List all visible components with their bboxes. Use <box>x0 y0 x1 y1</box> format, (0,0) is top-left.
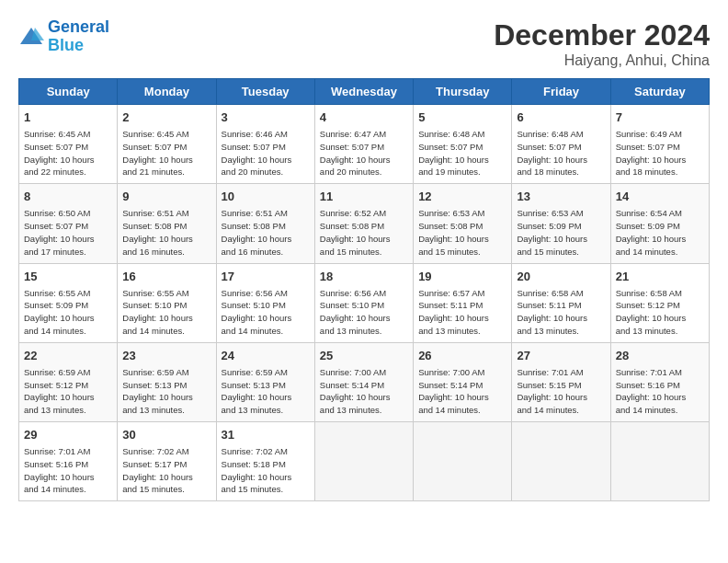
day-number: 6 <box>517 109 605 126</box>
weekday-saturday: Saturday <box>610 79 709 105</box>
calendar-cell: 1Sunrise: 6:45 AM Sunset: 5:07 PM Daylig… <box>19 105 118 184</box>
day-info: Sunrise: 6:49 AM Sunset: 5:07 PM Dayligh… <box>616 128 704 178</box>
logo-text: General Blue <box>48 18 109 55</box>
weekday-wednesday: Wednesday <box>314 79 413 105</box>
page-header: General Blue December 2024 Haiyang, Anhu… <box>18 18 710 69</box>
calendar-cell: 29Sunrise: 7:01 AM Sunset: 5:16 PM Dayli… <box>19 422 118 501</box>
day-info: Sunrise: 6:48 AM Sunset: 5:07 PM Dayligh… <box>418 128 506 178</box>
day-number: 1 <box>24 109 112 126</box>
calendar-cell: 23Sunrise: 6:59 AM Sunset: 5:13 PM Dayli… <box>118 342 216 421</box>
calendar-cell: 28Sunrise: 7:01 AM Sunset: 5:16 PM Dayli… <box>610 342 709 421</box>
day-number: 10 <box>222 189 310 205</box>
calendar-cell: 22Sunrise: 6:59 AM Sunset: 5:12 PM Dayli… <box>19 342 118 421</box>
day-number: 31 <box>222 427 310 443</box>
weekday-sunday: Sunday <box>19 79 118 105</box>
day-info: Sunrise: 6:59 AM Sunset: 5:13 PM Dayligh… <box>222 366 310 417</box>
day-number: 19 <box>418 269 506 285</box>
logo-icon <box>18 24 44 50</box>
calendar-cell: 25Sunrise: 7:00 AM Sunset: 5:14 PM Dayli… <box>314 342 413 421</box>
calendar-cell: 10Sunrise: 6:51 AM Sunset: 5:08 PM Dayli… <box>216 184 314 263</box>
day-number: 28 <box>616 348 704 364</box>
day-number: 8 <box>24 189 112 205</box>
day-info: Sunrise: 6:50 AM Sunset: 5:07 PM Dayligh… <box>24 207 112 258</box>
day-info: Sunrise: 6:45 AM Sunset: 5:07 PM Dayligh… <box>122 128 210 178</box>
day-info: Sunrise: 6:45 AM Sunset: 5:07 PM Dayligh… <box>24 128 112 178</box>
weekday-monday: Monday <box>118 79 216 105</box>
weekday-tuesday: Tuesday <box>216 79 314 105</box>
day-info: Sunrise: 7:00 AM Sunset: 5:14 PM Dayligh… <box>320 366 408 417</box>
day-number: 16 <box>122 269 210 285</box>
day-number: 12 <box>418 189 506 205</box>
calendar-cell: 14Sunrise: 6:54 AM Sunset: 5:09 PM Dayli… <box>610 184 709 263</box>
calendar-cell <box>314 422 413 501</box>
day-number: 25 <box>320 348 408 364</box>
day-number: 23 <box>122 348 210 364</box>
day-info: Sunrise: 6:47 AM Sunset: 5:07 PM Dayligh… <box>320 128 408 178</box>
calendar-cell: 19Sunrise: 6:57 AM Sunset: 5:11 PM Dayli… <box>414 263 512 342</box>
day-number: 5 <box>418 109 506 126</box>
calendar-week-1: 1Sunrise: 6:45 AM Sunset: 5:07 PM Daylig… <box>19 105 710 184</box>
calendar-cell: 13Sunrise: 6:53 AM Sunset: 5:09 PM Dayli… <box>512 184 610 263</box>
day-info: Sunrise: 6:58 AM Sunset: 5:11 PM Dayligh… <box>517 287 605 338</box>
day-info: Sunrise: 7:00 AM Sunset: 5:14 PM Dayligh… <box>418 366 506 417</box>
calendar-week-2: 8Sunrise: 6:50 AM Sunset: 5:07 PM Daylig… <box>19 184 710 263</box>
day-info: Sunrise: 6:48 AM Sunset: 5:07 PM Dayligh… <box>517 128 605 178</box>
day-info: Sunrise: 6:52 AM Sunset: 5:08 PM Dayligh… <box>320 207 408 258</box>
day-number: 7 <box>616 109 704 126</box>
day-number: 17 <box>222 269 310 285</box>
calendar-table: SundayMondayTuesdayWednesdayThursdayFrid… <box>18 78 710 501</box>
calendar-cell: 27Sunrise: 7:01 AM Sunset: 5:15 PM Dayli… <box>512 342 610 421</box>
location-title: Haiyang, Anhui, China <box>494 52 710 69</box>
day-info: Sunrise: 7:01 AM Sunset: 5:16 PM Dayligh… <box>616 366 704 417</box>
day-number: 24 <box>222 348 310 364</box>
day-number: 2 <box>122 109 210 126</box>
calendar-cell: 16Sunrise: 6:55 AM Sunset: 5:10 PM Dayli… <box>118 263 216 342</box>
day-number: 11 <box>320 189 408 205</box>
day-info: Sunrise: 6:59 AM Sunset: 5:12 PM Dayligh… <box>24 366 112 417</box>
calendar-week-4: 22Sunrise: 6:59 AM Sunset: 5:12 PM Dayli… <box>19 342 710 421</box>
weekday-friday: Friday <box>512 79 610 105</box>
day-number: 15 <box>24 269 112 285</box>
day-number: 30 <box>122 427 210 443</box>
day-number: 26 <box>418 348 506 364</box>
month-title: December 2024 <box>494 18 710 52</box>
calendar-cell: 30Sunrise: 7:02 AM Sunset: 5:17 PM Dayli… <box>118 422 216 501</box>
calendar-cell: 3Sunrise: 6:46 AM Sunset: 5:07 PM Daylig… <box>216 105 314 184</box>
day-number: 13 <box>517 189 605 205</box>
calendar-cell: 7Sunrise: 6:49 AM Sunset: 5:07 PM Daylig… <box>610 105 709 184</box>
logo-line2: Blue <box>48 36 84 54</box>
day-info: Sunrise: 6:57 AM Sunset: 5:11 PM Dayligh… <box>418 287 506 338</box>
day-info: Sunrise: 7:02 AM Sunset: 5:18 PM Dayligh… <box>222 445 310 496</box>
day-number: 27 <box>517 348 605 364</box>
day-number: 9 <box>122 189 210 205</box>
day-info: Sunrise: 6:51 AM Sunset: 5:08 PM Dayligh… <box>222 207 310 258</box>
calendar-cell: 9Sunrise: 6:51 AM Sunset: 5:08 PM Daylig… <box>118 184 216 263</box>
day-info: Sunrise: 6:58 AM Sunset: 5:12 PM Dayligh… <box>616 287 704 338</box>
calendar-cell: 2Sunrise: 6:45 AM Sunset: 5:07 PM Daylig… <box>118 105 216 184</box>
day-info: Sunrise: 6:55 AM Sunset: 5:10 PM Dayligh… <box>122 287 210 338</box>
day-number: 21 <box>616 269 704 285</box>
weekday-header-row: SundayMondayTuesdayWednesdayThursdayFrid… <box>19 79 710 105</box>
day-info: Sunrise: 6:51 AM Sunset: 5:08 PM Dayligh… <box>122 207 210 258</box>
day-info: Sunrise: 6:56 AM Sunset: 5:10 PM Dayligh… <box>222 287 310 338</box>
calendar-cell: 26Sunrise: 7:00 AM Sunset: 5:14 PM Dayli… <box>414 342 512 421</box>
day-info: Sunrise: 7:01 AM Sunset: 5:15 PM Dayligh… <box>517 366 605 417</box>
day-info: Sunrise: 6:54 AM Sunset: 5:09 PM Dayligh… <box>616 207 704 258</box>
weekday-thursday: Thursday <box>414 79 512 105</box>
title-block: December 2024 Haiyang, Anhui, China <box>494 18 710 69</box>
day-number: 22 <box>24 348 112 364</box>
day-number: 14 <box>616 189 704 205</box>
day-number: 3 <box>222 109 310 126</box>
day-info: Sunrise: 6:55 AM Sunset: 5:09 PM Dayligh… <box>24 287 112 338</box>
logo: General Blue <box>18 18 109 55</box>
day-info: Sunrise: 6:46 AM Sunset: 5:07 PM Dayligh… <box>222 128 310 178</box>
calendar-week-3: 15Sunrise: 6:55 AM Sunset: 5:09 PM Dayli… <box>19 263 710 342</box>
calendar-cell <box>610 422 709 501</box>
day-info: Sunrise: 7:01 AM Sunset: 5:16 PM Dayligh… <box>24 445 112 496</box>
day-info: Sunrise: 6:59 AM Sunset: 5:13 PM Dayligh… <box>122 366 210 417</box>
calendar-cell: 18Sunrise: 6:56 AM Sunset: 5:10 PM Dayli… <box>314 263 413 342</box>
day-number: 4 <box>320 109 408 126</box>
calendar-cell: 11Sunrise: 6:52 AM Sunset: 5:08 PM Dayli… <box>314 184 413 263</box>
day-number: 18 <box>320 269 408 285</box>
logo-line1: General <box>48 17 109 36</box>
